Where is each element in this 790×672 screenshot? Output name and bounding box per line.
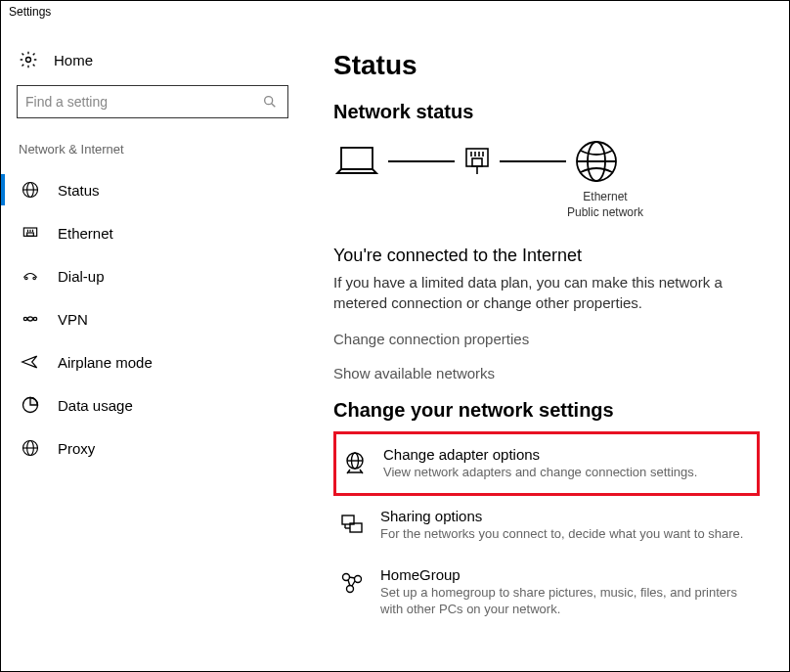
svg-line-40 — [348, 580, 350, 586]
option-change-adapter[interactable]: Change adapter options View network adap… — [333, 431, 760, 496]
sidebar-item-label: Ethernet — [58, 225, 113, 242]
svg-point-13 — [23, 317, 26, 320]
main-content: Status Network status Ethernet — [304, 22, 789, 669]
option-desc: View network adapters and change connect… — [383, 465, 697, 481]
sidebar-item-label: Data usage — [58, 397, 133, 414]
option-title: HomeGroup — [380, 566, 754, 583]
sidebar-nav: Status Ethernet Dial-up — [17, 168, 288, 470]
gear-icon — [19, 50, 38, 69]
sidebar: Home Network & Internet Status — [1, 22, 304, 669]
svg-line-41 — [352, 581, 355, 586]
sidebar-item-vpn[interactable]: VPN — [17, 297, 288, 340]
adapter-icon — [342, 450, 368, 475]
dialup-icon — [21, 266, 40, 286]
page-title: Status — [333, 50, 760, 81]
option-desc: Set up a homegroup to share pictures, mu… — [380, 585, 754, 618]
network-status-heading: Network status — [333, 101, 760, 123]
sidebar-item-datausage[interactable]: Data usage — [17, 383, 288, 426]
sidebar-item-label: Dial-up — [58, 268, 105, 285]
option-text: HomeGroup Set up a homegroup to share pi… — [380, 566, 754, 618]
sidebar-item-airplane[interactable]: Airplane mode — [17, 340, 288, 383]
connected-heading: You're connected to the Internet — [333, 246, 760, 266]
diagram-labels: Ethernet Public network — [451, 190, 760, 220]
option-sharing[interactable]: Sharing options For the networks you con… — [333, 496, 760, 555]
option-desc: For the networks you connect to, decide … — [380, 526, 743, 543]
airplane-icon — [21, 352, 40, 372]
option-text: Change adapter options View network adap… — [383, 446, 697, 481]
sidebar-item-dialup[interactable]: Dial-up — [17, 254, 288, 297]
network-diagram — [333, 139, 760, 184]
globe-large-icon — [574, 139, 619, 184]
sidebar-item-label: Proxy — [58, 440, 95, 457]
svg-rect-21 — [472, 158, 482, 166]
sidebar-item-proxy[interactable]: Proxy — [17, 426, 288, 470]
option-homegroup[interactable]: HomeGroup Set up a homegroup to share pi… — [333, 555, 760, 630]
svg-point-12 — [33, 277, 36, 280]
laptop-icon — [333, 142, 380, 181]
search-icon — [260, 92, 280, 112]
svg-point-11 — [25, 277, 28, 280]
svg-point-39 — [347, 585, 354, 592]
svg-line-2 — [272, 104, 276, 108]
svg-point-0 — [26, 58, 31, 63]
window-title: Settings — [1, 1, 789, 22]
home-button[interactable]: Home — [17, 42, 288, 85]
sidebar-item-status[interactable]: Status — [17, 168, 288, 211]
link-change-connection-properties[interactable]: Change connection properties — [333, 331, 760, 347]
diagram-line — [500, 160, 566, 162]
ethernet-adapter-icon — [462, 145, 492, 178]
sidebar-item-label: Status — [58, 182, 100, 199]
diagram-label-1: Ethernet — [451, 190, 760, 205]
svg-point-1 — [265, 97, 273, 105]
svg-rect-19 — [341, 148, 373, 169]
ethernet-icon — [21, 223, 40, 243]
svg-line-42 — [349, 577, 355, 578]
settings-options-list: Change adapter options View network adap… — [333, 431, 760, 630]
home-label: Home — [54, 52, 93, 68]
proxy-icon — [21, 438, 40, 458]
app-container: Home Network & Internet Status — [1, 22, 789, 669]
svg-rect-7 — [27, 233, 34, 236]
svg-point-38 — [355, 575, 362, 582]
link-show-available-networks[interactable]: Show available networks — [333, 365, 760, 381]
svg-rect-20 — [466, 149, 488, 166]
sidebar-item-label: Airplane mode — [58, 354, 153, 371]
sidebar-category-label: Network & Internet — [17, 142, 288, 157]
diagram-label-2: Public network — [451, 205, 760, 221]
sidebar-item-ethernet[interactable]: Ethernet — [17, 211, 288, 254]
svg-point-37 — [343, 573, 350, 580]
sharing-icon — [339, 512, 365, 537]
svg-point-14 — [33, 317, 36, 320]
diagram-line — [388, 160, 455, 162]
globe-icon — [21, 180, 40, 200]
option-title: Sharing options — [380, 508, 743, 524]
change-settings-heading: Change your network settings — [333, 399, 760, 422]
option-text: Sharing options For the networks you con… — [380, 508, 743, 543]
connected-body: If you have a limited data plan, you can… — [333, 272, 760, 313]
data-usage-icon — [21, 395, 40, 415]
search-input[interactable] — [25, 94, 260, 110]
vpn-icon — [21, 309, 40, 329]
search-box[interactable] — [17, 85, 288, 118]
homegroup-icon — [339, 570, 365, 596]
option-title: Change adapter options — [383, 446, 697, 463]
sidebar-item-label: VPN — [58, 311, 88, 328]
